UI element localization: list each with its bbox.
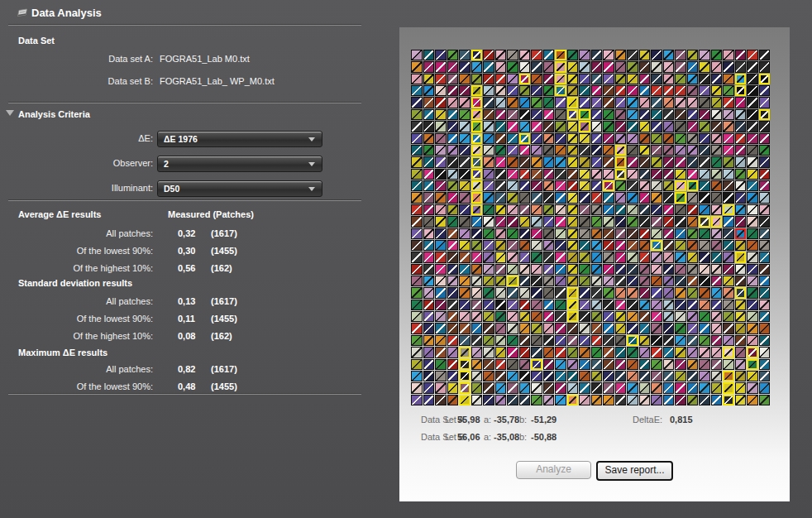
patch-cell[interactable] xyxy=(759,180,771,191)
patch-cell[interactable] xyxy=(759,359,771,370)
patch-cell[interactable] xyxy=(735,156,747,167)
patch-cell[interactable] xyxy=(723,85,734,96)
patch-cell[interactable] xyxy=(639,371,651,381)
patch-cell[interactable] xyxy=(735,145,747,156)
patch-cell[interactable] xyxy=(459,133,470,144)
patch-cell[interactable] xyxy=(423,169,435,180)
patch-cell[interactable] xyxy=(495,216,507,227)
patch-cell[interactable] xyxy=(531,264,542,275)
patch-cell[interactable] xyxy=(507,395,518,405)
patch-cell[interactable] xyxy=(447,347,459,357)
patch-cell[interactable] xyxy=(687,169,699,180)
patch-cell[interactable] xyxy=(651,97,662,108)
patch-cell[interactable] xyxy=(663,85,675,96)
patch-cell[interactable] xyxy=(411,85,423,96)
patch-cell[interactable] xyxy=(747,240,758,251)
patch-cell[interactable] xyxy=(531,145,542,156)
patch-cell[interactable] xyxy=(615,156,627,167)
patch-cell[interactable] xyxy=(711,252,723,262)
patch-cell[interactable] xyxy=(435,359,447,370)
patch-cell[interactable] xyxy=(411,192,423,203)
patch-cell[interactable] xyxy=(651,395,662,405)
patch-cell[interactable] xyxy=(603,74,614,84)
patch-cell[interactable] xyxy=(591,228,603,239)
patch-cell[interactable] xyxy=(423,121,435,132)
patch-cell[interactable] xyxy=(747,323,758,333)
patch-cell[interactable] xyxy=(531,97,542,108)
patch-cell[interactable] xyxy=(423,192,435,203)
patch-cell[interactable] xyxy=(759,85,771,96)
patch-cell[interactable] xyxy=(615,133,627,144)
patch-cell[interactable] xyxy=(555,133,566,144)
patch-cell[interactable] xyxy=(567,395,579,405)
patch-cell[interactable] xyxy=(699,240,710,251)
patch-cell[interactable] xyxy=(579,240,590,251)
patch-cell[interactable] xyxy=(435,287,447,298)
patch-cell[interactable] xyxy=(627,50,638,60)
patch-cell[interactable] xyxy=(711,382,723,393)
patch-cell[interactable] xyxy=(651,382,662,393)
patch-cell[interactable] xyxy=(555,97,566,108)
patch-cell[interactable] xyxy=(759,371,771,381)
patch-cell[interactable] xyxy=(411,300,423,310)
patch-cell[interactable] xyxy=(651,287,662,298)
patch-cell[interactable] xyxy=(639,347,651,357)
patch-cell[interactable] xyxy=(579,50,590,60)
patch-cell[interactable] xyxy=(759,74,771,84)
patch-cell[interactable] xyxy=(747,145,758,156)
patch-cell[interactable] xyxy=(711,121,723,132)
patch-cell[interactable] xyxy=(711,85,723,96)
patch-cell[interactable] xyxy=(627,204,638,215)
patch-cell[interactable] xyxy=(663,109,675,120)
patch-cell[interactable] xyxy=(603,276,614,286)
patch-cell[interactable] xyxy=(639,287,651,298)
patch-cell[interactable] xyxy=(711,240,723,251)
patch-cell[interactable] xyxy=(615,359,627,370)
patch-cell[interactable] xyxy=(603,240,614,251)
patch-cell[interactable] xyxy=(507,50,518,60)
patch-cell[interactable] xyxy=(579,133,590,144)
patch-cell[interactable] xyxy=(555,287,566,298)
patch-cell[interactable] xyxy=(471,287,483,298)
patch-cell[interactable] xyxy=(471,216,483,227)
patch-cell[interactable] xyxy=(471,264,483,275)
patch-cell[interactable] xyxy=(723,156,734,167)
patch-cell[interactable] xyxy=(591,335,603,346)
patch-cell[interactable] xyxy=(507,311,518,322)
patch-cell[interactable] xyxy=(639,252,651,262)
patch-cell[interactable] xyxy=(447,97,459,108)
patch-cell[interactable] xyxy=(495,228,507,239)
patch-cell[interactable] xyxy=(555,311,566,322)
patch-cell[interactable] xyxy=(411,311,423,322)
patch-cell[interactable] xyxy=(459,121,470,132)
patch-cell[interactable] xyxy=(687,97,699,108)
patch-cell[interactable] xyxy=(555,216,566,227)
patch-cell[interactable] xyxy=(483,323,494,333)
patch-cell[interactable] xyxy=(591,169,603,180)
patch-cell[interactable] xyxy=(735,300,747,310)
patch-cell[interactable] xyxy=(519,121,531,132)
patch-cell[interactable] xyxy=(675,74,686,84)
patch-cell[interactable] xyxy=(507,252,518,262)
patch-cell[interactable] xyxy=(675,395,686,405)
patch-cell[interactable] xyxy=(543,204,555,215)
patch-cell[interactable] xyxy=(747,335,758,346)
illuminant-select[interactable]: D50 xyxy=(157,180,322,197)
patch-cell[interactable] xyxy=(555,204,566,215)
patch-cell[interactable] xyxy=(627,311,638,322)
patch-cell[interactable] xyxy=(759,61,771,72)
patch-cell[interactable] xyxy=(603,395,614,405)
patch-cell[interactable] xyxy=(483,121,494,132)
patch-cell[interactable] xyxy=(435,252,447,262)
patch-cell[interactable] xyxy=(735,216,747,227)
patch-cell[interactable] xyxy=(435,264,447,275)
patch-cell[interactable] xyxy=(591,133,603,144)
patch-cell[interactable] xyxy=(459,180,470,191)
patch-cell[interactable] xyxy=(687,359,699,370)
patch-cell[interactable] xyxy=(495,347,507,357)
patch-cell[interactable] xyxy=(663,276,675,286)
patch-cell[interactable] xyxy=(603,252,614,262)
patch-cell[interactable] xyxy=(411,169,423,180)
patch-cell[interactable] xyxy=(603,97,614,108)
patch-cell[interactable] xyxy=(663,264,675,275)
